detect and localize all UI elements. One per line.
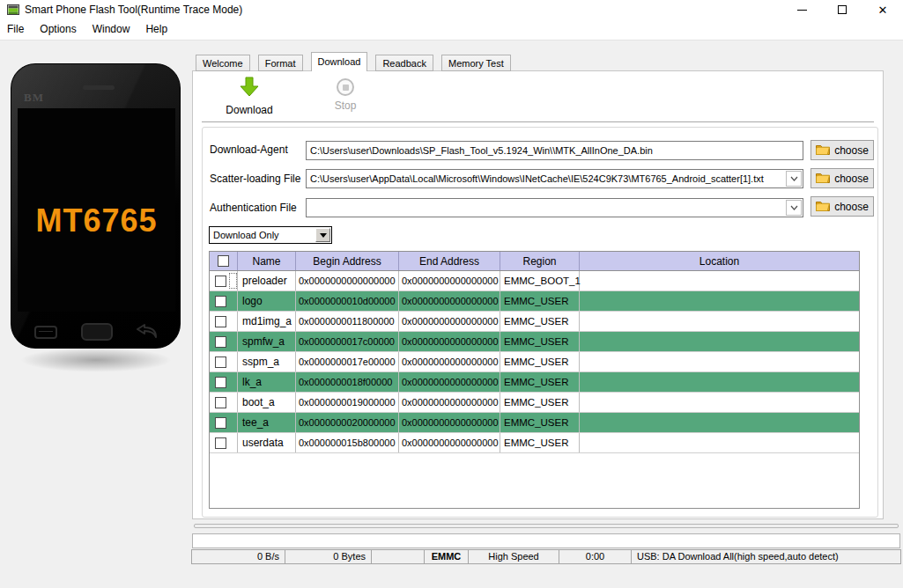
minimize-button[interactable]: [787, 0, 817, 19]
row-checkbox[interactable]: [215, 356, 226, 368]
cell-name[interactable]: tee_a: [238, 413, 296, 432]
table-row[interactable]: boot_a0x00000000190000000x00000000000000…: [210, 393, 859, 413]
header-region[interactable]: Region: [500, 252, 580, 270]
chevron-down-icon[interactable]: [786, 200, 802, 216]
cell-location[interactable]: [580, 413, 859, 432]
header-begin-address[interactable]: Begin Address: [296, 252, 399, 270]
cell-name[interactable]: userdata: [238, 433, 296, 452]
cell-begin-address[interactable]: 0x0000000018f00000: [296, 372, 399, 392]
cell-region[interactable]: EMMC_USER: [500, 413, 580, 432]
download-button[interactable]: Download: [210, 77, 289, 116]
menu-options[interactable]: Options: [33, 19, 85, 40]
maximize-button[interactable]: [827, 0, 857, 19]
header-location[interactable]: Location: [580, 252, 859, 270]
row-checkbox[interactable]: [215, 437, 226, 449]
row-select-cell[interactable]: [210, 291, 238, 311]
cell-region[interactable]: EMMC_USER: [500, 393, 580, 412]
chevron-down-icon[interactable]: [786, 171, 802, 187]
tab-download[interactable]: Download: [311, 52, 368, 71]
table-row[interactable]: tee_a0x00000000200000000x000000000000000…: [210, 413, 859, 433]
tab-memory-test[interactable]: Memory Test: [441, 55, 511, 71]
tab-readback[interactable]: Readback: [375, 55, 433, 71]
cell-begin-address[interactable]: 0x0000000017c00000: [296, 332, 399, 351]
tab-format[interactable]: Format: [258, 55, 303, 71]
row-select-cell[interactable]: [210, 352, 238, 371]
cell-end-address[interactable]: 0x0000000000000000: [399, 332, 500, 351]
row-checkbox[interactable]: [215, 316, 226, 327]
cell-region[interactable]: EMMC_USER: [500, 433, 580, 452]
table-row[interactable]: logo0x0000000010d000000x0000000000000000…: [210, 291, 859, 312]
cell-name[interactable]: md1img_a: [238, 312, 296, 331]
cell-name[interactable]: spmfw_a: [238, 332, 296, 351]
row-select-cell[interactable]: [210, 372, 238, 392]
scatter-file-field[interactable]: C:\Users\user\AppData\Local\Microsoft\Wi…: [306, 169, 803, 188]
cell-region[interactable]: EMMC_BOOT_1: [500, 271, 580, 290]
header-name[interactable]: Name: [238, 252, 296, 270]
cell-end-address[interactable]: 0x0000000000000000: [399, 393, 500, 412]
cell-begin-address[interactable]: 0x0000000010d00000: [296, 291, 399, 311]
row-checkbox[interactable]: [215, 377, 226, 388]
header-end-address[interactable]: End Address: [399, 252, 500, 270]
row-checkbox[interactable]: [215, 296, 226, 307]
download-mode-select[interactable]: Download Only: [209, 226, 332, 244]
row-checkbox[interactable]: [215, 417, 226, 429]
row-select-cell[interactable]: [210, 413, 238, 432]
cell-end-address[interactable]: 0x0000000000000000: [399, 372, 500, 392]
menu-window[interactable]: Window: [85, 19, 139, 40]
cell-region[interactable]: EMMC_USER: [500, 372, 580, 392]
auth-file-field[interactable]: [306, 198, 803, 217]
select-all-cell[interactable]: [210, 252, 238, 270]
cell-begin-address[interactable]: 0x000000015b800000: [296, 433, 399, 452]
cell-end-address[interactable]: 0x0000000000000000: [399, 271, 500, 290]
cell-end-address[interactable]: 0x0000000000000000: [399, 413, 500, 432]
download-agent-choose-button[interactable]: choose: [810, 140, 874, 160]
cell-begin-address[interactable]: 0x0000000019000000: [296, 393, 399, 412]
stop-button[interactable]: Stop: [306, 77, 385, 112]
cell-name[interactable]: logo: [238, 291, 296, 311]
header-checkbox[interactable]: [218, 255, 229, 267]
menu-help[interactable]: Help: [138, 19, 176, 40]
cell-region[interactable]: EMMC_USER: [500, 291, 580, 311]
row-select-cell[interactable]: [210, 271, 238, 290]
row-select-cell[interactable]: [210, 312, 238, 331]
cell-region[interactable]: EMMC_USER: [500, 312, 580, 331]
cell-region[interactable]: EMMC_USER: [500, 352, 580, 371]
cell-region[interactable]: EMMC_USER: [500, 332, 580, 351]
close-button[interactable]: ✕: [868, 0, 898, 19]
table-row[interactable]: sspm_a0x0000000017e000000x00000000000000…: [210, 352, 859, 372]
table-row[interactable]: md1img_a0x00000000118000000x000000000000…: [210, 312, 859, 332]
row-select-cell[interactable]: [210, 393, 238, 412]
cell-begin-address[interactable]: 0x0000000000000000: [296, 271, 399, 290]
cell-end-address[interactable]: 0x0000000000000000: [399, 291, 500, 311]
cell-end-address[interactable]: 0x0000000000000000: [399, 312, 500, 331]
cell-location[interactable]: [580, 433, 859, 452]
table-row[interactable]: spmfw_a0x0000000017c000000x0000000000000…: [210, 332, 859, 352]
cell-name[interactable]: preloader: [238, 271, 296, 290]
cell-location[interactable]: [580, 271, 859, 290]
cell-begin-address[interactable]: 0x0000000017e00000: [296, 352, 399, 371]
cell-name[interactable]: sspm_a: [238, 352, 296, 371]
cell-location[interactable]: [580, 291, 859, 311]
cell-location[interactable]: [580, 393, 859, 412]
row-select-cell[interactable]: [210, 433, 238, 452]
cell-end-address[interactable]: 0x0000000000000000: [399, 433, 500, 452]
row-checkbox[interactable]: [215, 276, 226, 287]
cell-location[interactable]: [580, 352, 859, 371]
table-row[interactable]: userdata0x000000015b8000000x000000000000…: [210, 433, 859, 453]
cell-begin-address[interactable]: 0x0000000011800000: [296, 312, 399, 331]
cell-location[interactable]: [580, 372, 859, 392]
row-checkbox[interactable]: [215, 397, 226, 408]
table-row[interactable]: lk_a0x0000000018f000000x0000000000000000…: [210, 372, 859, 393]
table-row[interactable]: preloader0x00000000000000000x00000000000…: [210, 271, 859, 291]
cell-location[interactable]: [580, 332, 859, 351]
scatter-file-choose-button[interactable]: choose: [810, 168, 874, 188]
auth-file-choose-button[interactable]: choose: [810, 196, 874, 217]
cell-name[interactable]: boot_a: [238, 393, 296, 412]
cell-end-address[interactable]: 0x0000000000000000: [399, 352, 500, 371]
cell-location[interactable]: [580, 312, 859, 331]
cell-begin-address[interactable]: 0x0000000020000000: [296, 413, 399, 432]
download-agent-field[interactable]: C:\Users\user\Downloads\SP_Flash_Tool_v5…: [306, 141, 803, 160]
row-select-cell[interactable]: [210, 332, 238, 351]
menu-file[interactable]: File: [0, 19, 33, 40]
tab-welcome[interactable]: Welcome: [196, 55, 250, 71]
